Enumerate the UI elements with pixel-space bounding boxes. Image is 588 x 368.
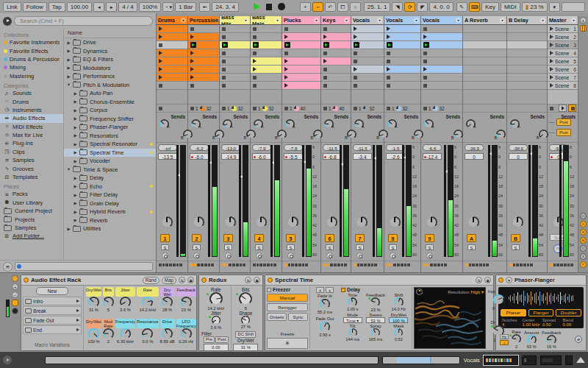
track-header[interactable]: Bass Main▾ <box>251 16 282 25</box>
view-toggle-s[interactable]: S <box>580 221 587 228</box>
clip-launch-icon[interactable] <box>190 59 194 63</box>
clip-slot[interactable] <box>321 49 351 57</box>
preview-waveform-field[interactable] <box>15 262 153 271</box>
clip-slot[interactable] <box>157 41 187 49</box>
overview-toggle-icon[interactable] <box>580 25 587 32</box>
delay-dry-wet-field[interactable]: 100 % <box>389 317 408 323</box>
clip-slot[interactable] <box>351 82 384 90</box>
track-menu-icon[interactable]: ▾ <box>181 18 186 23</box>
device-scrollbar[interactable] <box>45 356 379 364</box>
track-activator-button[interactable]: 9 <box>425 234 434 242</box>
delay-feedback-value[interactable]: 23 % <box>371 308 381 312</box>
playing-clip[interactable] <box>421 41 462 49</box>
input-send-knob[interactable] <box>493 294 504 305</box>
clip-stop-icon[interactable] <box>253 27 257 31</box>
clip-slot[interactable] <box>321 74 351 82</box>
clip-launch-icon[interactable] <box>284 35 288 39</box>
playing-clip[interactable] <box>188 41 219 49</box>
groove-amount-field[interactable]: 100% <box>139 2 161 12</box>
shape-value[interactable]: 27 % <box>241 325 251 329</box>
clip-stop-icon[interactable] <box>323 68 327 71</box>
sidebar-item-samples[interactable]: Samples <box>0 224 63 232</box>
macro-value[interactable]: 23 % <box>182 308 191 312</box>
clip-launch-icon[interactable] <box>190 51 194 55</box>
track-menu-icon[interactable]: ▾ <box>540 18 545 23</box>
volume-fader[interactable] <box>488 145 490 257</box>
clip-launch-icon[interactable] <box>159 59 162 63</box>
clip-launch-icon[interactable] <box>159 75 162 79</box>
filter-freq-field[interactable]: 0.00 <box>204 344 229 351</box>
sync-button[interactable]: Sync <box>288 313 308 321</box>
resolution-select[interactable]: High ▾ <box>470 289 484 294</box>
device-chain-thumbnail-spectral[interactable] <box>540 355 562 365</box>
tap-tempo-button[interactable]: Tap <box>49 2 65 12</box>
clip-slot[interactable] <box>321 66 351 74</box>
output-level-pill[interactable]: -7.9 <box>252 144 271 151</box>
global-dry-wet-knob[interactable] <box>493 325 504 336</box>
clip-slot[interactable] <box>251 49 282 57</box>
tree-item-chorus-ensemble[interactable]: ▶Chorus-Ensemble <box>64 98 156 107</box>
pan-knob[interactable] <box>193 216 204 228</box>
mode-tab-doubler[interactable]: Doubler <box>556 309 581 316</box>
clip[interactable] <box>351 33 384 41</box>
macro-variation-break[interactable]: Break <box>23 306 82 315</box>
clip[interactable] <box>251 57 282 66</box>
clip-stop-icon[interactable] <box>354 52 357 55</box>
macro-value[interactable]: 0.0 % <box>142 339 153 344</box>
clip[interactable] <box>188 33 219 41</box>
track-activator-button[interactable]: A <box>467 234 476 242</box>
bits-knob[interactable] <box>239 292 252 305</box>
clip-slot[interactable] <box>384 57 420 66</box>
playing-clip[interactable] <box>351 41 384 49</box>
tree-item-frequency-shifter[interactable]: ▶Frequency Shifter <box>64 115 156 124</box>
chevron-right-icon[interactable]: ▶ <box>73 150 78 155</box>
solo-button[interactable]: S <box>467 244 476 250</box>
pan-knob[interactable] <box>224 216 236 228</box>
clip-slot[interactable] <box>251 33 282 41</box>
clip-launch-icon[interactable] <box>354 35 357 39</box>
volume-fader[interactable] <box>239 145 241 257</box>
clip-slot[interactable] <box>220 57 250 66</box>
clip-slot[interactable] <box>421 82 462 90</box>
sidebar-item-projects[interactable]: Projects <box>0 215 63 223</box>
track-activator-button[interactable]: 7 <box>355 234 365 242</box>
volume-fader[interactable] <box>528 145 531 257</box>
clip-stop-icon[interactable] <box>323 52 327 55</box>
record-button[interactable] <box>278 3 284 10</box>
new-variation-button[interactable]: New <box>36 287 68 295</box>
shape-knob[interactable] <box>241 316 250 325</box>
macro-knob[interactable] <box>103 328 114 339</box>
output-level-pill[interactable]: -36.9 <box>465 144 484 151</box>
sidebar-item-add-folder[interactable]: ⊞Add Folder... <box>0 232 63 240</box>
pan-knob[interactable] <box>287 216 298 228</box>
macro-knob[interactable] <box>181 328 192 339</box>
send-knob-b[interactable] <box>453 130 463 139</box>
macro-value[interactable]: 2 <box>107 339 110 344</box>
clip-slot[interactable] <box>282 25 320 33</box>
clip[interactable] <box>351 25 384 33</box>
macro-knob[interactable] <box>142 297 153 308</box>
param-value[interactable]: 1.00 kHz <box>523 322 542 327</box>
solo-button[interactable]: S <box>389 244 397 250</box>
feedback-value[interactable]: 16 % <box>547 344 556 349</box>
device-chain-thumbnail-phaser[interactable] <box>565 355 573 365</box>
playing-clip[interactable] <box>321 41 351 49</box>
preview-toggle-icon[interactable]: ≋ <box>3 262 12 272</box>
tilt-value[interactable]: 144 ms <box>345 337 359 342</box>
rack-expand-icon[interactable]: + <box>12 283 18 290</box>
track-menu-icon[interactable]: ▾ <box>571 18 576 23</box>
macro-knob[interactable] <box>142 328 153 339</box>
clip-slot[interactable] <box>188 25 219 33</box>
driver-filter-icon[interactable]: ▼ <box>506 277 512 283</box>
clip[interactable] <box>421 66 462 74</box>
chevron-right-icon[interactable]: ▶ <box>66 227 71 231</box>
volume-fader[interactable] <box>444 145 446 257</box>
clip-launch-icon[interactable] <box>323 59 327 63</box>
clip-stop-icon[interactable] <box>253 35 257 39</box>
macro-label[interactable]: Mod Rate <box>103 319 114 328</box>
tree-item-modulators[interactable]: ▶Modulators <box>64 64 156 73</box>
sidebar-item-packs[interactable]: ⧈Packs <box>0 190 63 198</box>
track-menu-icon[interactable]: ▾ <box>243 18 248 23</box>
solo-button[interactable]: S <box>326 244 334 250</box>
clip-slot[interactable] <box>321 82 351 90</box>
